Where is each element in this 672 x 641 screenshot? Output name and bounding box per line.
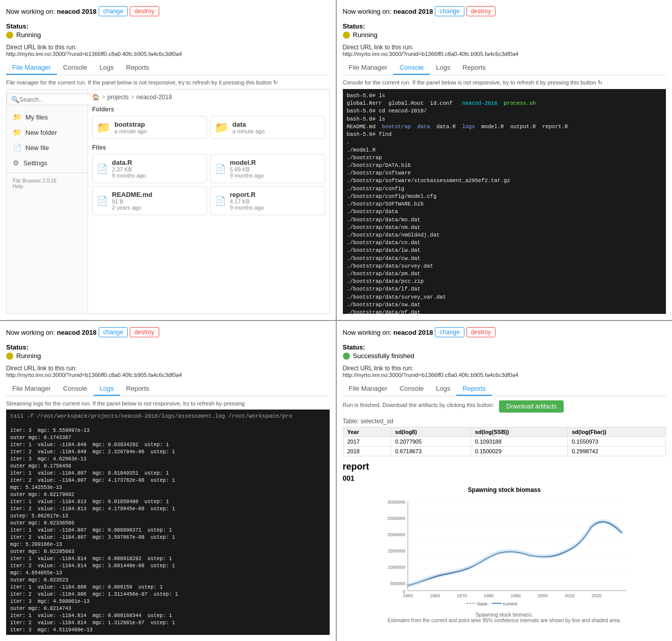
status-value-2: Running [343,31,666,39]
tab-file-manager-2[interactable]: File Manager [343,61,394,75]
table-name: Table: selected_sd [343,418,666,425]
panel-console: Now working on: neacod 2018 change destr… [337,0,673,320]
file-report-r[interactable]: 📄 report.R 4.17 KB9 months ago [210,186,325,215]
url-link-3[interactable]: http://myrto.imr.no:3000/?runid=b1366ff0… [6,372,330,378]
tab-logs-2[interactable]: Logs [430,61,456,75]
search-bar[interactable]: 🔍 [7,94,98,105]
tab-file-manager-4[interactable]: File Manager [343,382,394,396]
status-dot-1 [6,32,13,39]
search-input[interactable] [19,96,94,103]
working-on-label-2: Now working on: [343,8,392,15]
new-file-icon: 📄 [13,143,21,152]
info-bar-logs: Streaming logs for the current run. If t… [6,400,330,406]
status-section-1: Status: Running [6,22,330,39]
status-value-1: Running [6,31,330,39]
destroy-button-3[interactable]: destroy [130,327,159,337]
status-value-4: Successfully finished [343,352,666,360]
tab-console-1[interactable]: Console [57,61,94,75]
url-label-1: Direct URL link to this run: [6,44,330,51]
file-model-r[interactable]: 📄 model.R 5.69 KB9 months ago [210,154,325,183]
refresh-icon-2[interactable]: ↻ [598,79,602,86]
change-button-2[interactable]: change [435,6,464,16]
destroy-button-1[interactable]: destroy [130,6,159,16]
sidebar-item-new-file[interactable]: 📄 New file [7,140,87,155]
file-readme[interactable]: 📄 README.md 91 B2 years ago [92,186,207,215]
panel-header-row-4: Now working on: neacod 2018 change destr… [343,327,666,337]
tabs-2: File Manager Console Logs Reports [343,61,666,75]
report-title: report [343,461,666,472]
svg-text:1500000: 1500000 [387,548,405,553]
reports-content: Run is finished. Download the artifacts … [343,400,666,635]
svg-text:2000000: 2000000 [387,532,405,537]
url-label-2: Direct URL link to this run: [343,44,666,51]
folder-bootstrap[interactable]: 📁 bootstrap a minute ago [92,116,207,139]
tab-file-manager-3[interactable]: File Manager [6,382,57,396]
file-data-r[interactable]: 📄 data.R 2.37 KB9 months ago [92,154,207,183]
folder-data-info: data a minute ago [232,121,265,134]
sidebar-item-settings[interactable]: ⚙ Settings [7,155,87,170]
destroy-button-4[interactable]: destroy [466,327,495,337]
folder-data[interactable]: 📁 data a minute ago [210,116,325,139]
tab-logs-4[interactable]: Logs [430,382,456,396]
file-browser-version: File Browser 2.0.16Help [7,175,87,192]
breadcrumb-projects[interactable]: projects [107,94,129,101]
tab-console-2[interactable]: Console [393,61,430,75]
breadcrumb-home[interactable]: 🏠 [92,94,100,101]
url-section-3: Direct URL link to this run: http://myrt… [6,365,330,378]
status-text-4: Successfully finished [353,352,415,360]
url-section-4: Direct URL link to this run: http://myrt… [343,365,666,378]
svg-text:1960: 1960 [429,593,440,598]
status-label-3: Status: [6,343,330,351]
status-value-3: Running [6,352,330,360]
destroy-button-2[interactable]: destroy [466,6,495,16]
ssb-chart: 3000000 2500000 2000000 1500000 1000000 … [343,497,666,608]
status-text-3: Running [16,352,41,360]
file-manager-body: 🔍 📁 My files 📁 New folder 📄 New file ⚙ [6,89,330,314]
new-folder-icon: 📁 [13,128,21,136]
my-files-icon: 📁 [13,113,21,121]
file-model-r-info: model.R 5.69 KB9 months ago [230,159,264,179]
change-button-1[interactable]: change [99,6,128,16]
url-label-3: Direct URL link to this run: [6,365,330,372]
change-button-4[interactable]: change [435,327,464,337]
breadcrumb: 🏠 > projects > neacod-2018 [92,94,325,101]
url-link-2[interactable]: http://myrto.imr.no:3000/?runid=b1366ff0… [343,51,666,57]
chart-note: Spawning stock biomass.Estimates from th… [343,612,666,623]
tab-reports-3[interactable]: Reports [120,382,156,396]
svg-text:1000000: 1000000 [387,565,405,570]
tab-reports-1[interactable]: Reports [120,61,156,75]
svg-text:2020: 2020 [591,593,601,598]
col-sdlog8: sd(log8) [391,427,471,437]
breadcrumb-neacod[interactable]: neacod-2018 [136,94,172,101]
status-dot-2 [343,32,350,39]
download-artifacts-button[interactable]: Download artifacts [499,400,564,413]
svg-text:1950: 1950 [402,593,413,598]
folders-title: Folders [92,106,325,113]
tab-reports-4[interactable]: Reports [456,382,492,396]
tab-console-3[interactable]: Console [57,382,94,396]
url-link-4[interactable]: http://myrto.imr.no:3000/?runid=b1366ff0… [343,372,666,378]
url-link-1[interactable]: http://myrto.imr.no:3000/?runid=b1366ff0… [6,51,330,57]
tab-logs-3[interactable]: Logs [94,382,120,396]
url-section-1: Direct URL link to this run: http://myrt… [6,44,330,57]
tab-console-4[interactable]: Console [393,382,430,396]
file-icon-report-r: 📄 [215,195,226,207]
panel-file-manager: Now working on: neacod 2018 change destr… [0,0,336,320]
logs-output: tail -f /root/workspace/projects/neacod-… [6,410,330,635]
files-grid: 📄 data.R 2.37 KB9 months ago 📄 model.R 5… [92,154,325,215]
sidebar-item-my-files[interactable]: 📁 My files [7,109,87,125]
sidebar-item-new-folder[interactable]: 📁 New folder [7,125,87,140]
svg-text:base: base [477,601,487,606]
refresh-icon-1[interactable]: ↻ [273,79,278,86]
tab-file-manager-1[interactable]: File Manager [6,61,57,75]
change-button-3[interactable]: change [99,327,128,337]
tab-reports-2[interactable]: Reports [456,61,492,75]
info-bar-1: File manager for the current run. If the… [6,79,330,86]
url-section-2: Direct URL link to this run: http://myrt… [343,44,666,57]
tab-logs-1[interactable]: Logs [94,61,120,75]
svg-text:2500000: 2500000 [387,516,405,521]
status-dot-4 [343,353,350,360]
file-readme-info: README.md 91 B2 years ago [112,191,152,211]
file-icon-model-r: 📄 [215,163,226,174]
panel-logs: Now working on: neacod 2018 change destr… [0,321,336,641]
